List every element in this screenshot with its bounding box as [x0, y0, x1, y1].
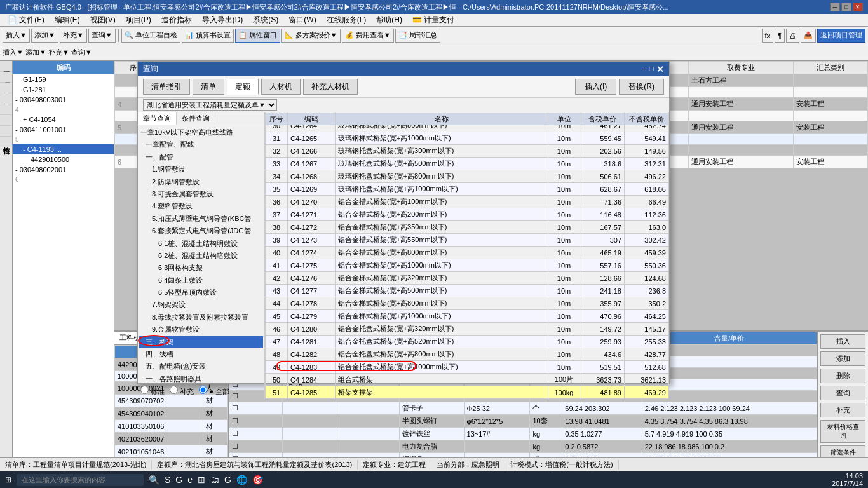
taskbar-app4[interactable]: ⊞	[198, 475, 205, 485]
sidebar-add-btn[interactable]: 添加	[820, 351, 865, 366]
dialog-insert-btn[interactable]: 插入(I)	[575, 79, 616, 95]
btm-detail-row[interactable]: ☐电力复合脂kg0.2 0.587222 18.986 18.986 100 0…	[229, 440, 817, 453]
tree-chapter-item[interactable]: 6.2桩、混凝土结构暗敷设	[139, 250, 263, 262]
self-check-btn[interactable]: 🔍 单位工程自检	[121, 29, 180, 43]
dialog-table-row[interactable]: 33C4-1267玻璃钢托盘式桥架(宽+高500mm以下)10m318.6312…	[266, 158, 669, 170]
dialog-table-row[interactable]: 42C4-1276铝合金梯式桥架(宽+高320mm以下)10m128.66124…	[266, 272, 669, 285]
query-btn[interactable]: 查询▼	[88, 29, 116, 43]
dialog-tab-chapter[interactable]: 章节查询	[138, 112, 177, 125]
print-btn[interactable]: 🖨	[786, 29, 799, 43]
dialog-tab-quota[interactable]: 定额	[227, 79, 259, 95]
sidebar-filter-btn[interactable]: 筛选条件	[820, 445, 865, 458]
left-tab-other[interactable]: 其他项目	[0, 93, 12, 104]
export-btn[interactable]: 📤	[801, 29, 816, 43]
tree-chapter-item[interactable]: 7.钢架架设	[139, 299, 263, 311]
menu-window[interactable]: 窗口(W)	[283, 13, 321, 27]
taskbar-app6[interactable]: G	[224, 475, 231, 485]
local-summary-btn[interactable]: 📑 局部汇总	[395, 29, 440, 43]
btm-row[interactable]: 410103350106材	[115, 420, 228, 433]
tree-chapter-item[interactable]: 2.防爆钢管敷设	[139, 176, 263, 188]
dialog-min-btn[interactable]: ─	[641, 64, 647, 74]
fee-check-btn[interactable]: 💰 费用查看▼	[342, 29, 394, 43]
tree-chapter-item[interactable]: 一、配管	[139, 151, 263, 163]
tree-chapter-item[interactable]: 9.金属软管敷设	[139, 323, 263, 336]
dialog-tab-guideline[interactable]: 清单指引	[143, 79, 190, 95]
taskbar-icon1[interactable]: 🔍	[149, 475, 159, 485]
multi-plan-btn[interactable]: 📐 多方案报价▼	[281, 29, 341, 43]
menu-price-index[interactable]: 造价指标	[156, 13, 197, 27]
dialog-table-row[interactable]: 34C4-1268玻璃钢托盘式桥架(宽+高800mm以下)10m506.6149…	[266, 170, 669, 183]
btm-detail-row[interactable]: ☐镀锌铁丝13~17#kg0.35 1.02775.7 4.919 4.919 …	[229, 428, 817, 440]
left-tab-fee[interactable]: 费用汇总	[0, 115, 12, 126]
menu-project[interactable]: 项目(P)	[121, 13, 156, 27]
sidebar-query-btn[interactable]: 查询	[820, 386, 865, 400]
add-btn[interactable]: 添加▼	[31, 29, 58, 43]
dialog-table-row[interactable]: 50C4-1284组合式桥架100片3623.733621.13	[266, 374, 669, 386]
dialog-max-btn[interactable]: □	[649, 64, 654, 74]
menu-file[interactable]: 📄 文件(F)	[3, 13, 50, 27]
tree-chapter-item[interactable]: 一、各路照明器具	[139, 373, 263, 383]
tree-chapter-item[interactable]: 6.5轻型吊顶内敷设	[139, 287, 263, 299]
dialog-tab-supplement[interactable]: 补充人材机	[303, 79, 358, 95]
start-btn[interactable]: ⊞	[5, 475, 11, 484]
dialog-table-row[interactable]: 40C4-1274铝合金槽式桥架(宽+高800mm以下)10m465.19459…	[266, 247, 669, 259]
dialog-tab-material[interactable]: 人材机	[261, 79, 301, 95]
tree-chapter-item[interactable]: 一章10kV以下架空高电线线路	[139, 126, 263, 139]
dialog-tab-condition[interactable]: 条件查询	[177, 112, 215, 125]
dialog-table-row[interactable]: 45C4-1279铝合金梯式桥架(宽+高1000mm以下)10m470.9646…	[266, 310, 669, 323]
sidebar-supplement-btn[interactable]: 补充	[820, 403, 865, 417]
tree-chapter-item[interactable]: 6.套接紧定式电气钢导管(JDG管	[139, 225, 263, 237]
left-tab-section[interactable]: 分部分项	[0, 72, 12, 83]
taskbar-app7[interactable]: 🌐	[236, 475, 247, 485]
taskbar-app1[interactable]: S	[165, 475, 170, 485]
dialog-table-row[interactable]: 49C4-1283铝合金托盘式桥架(宽+高1000mm以下)10m519.515…	[266, 361, 669, 374]
taskbar-app3[interactable]: e	[187, 475, 193, 485]
dialog-table-row[interactable]: 37C4-1271铝合金槽式桥架(宽+高200mm以下)10m116.48112…	[266, 208, 669, 221]
supplement-btn[interactable]: 补充▼	[60, 29, 87, 43]
tree-item-c4-1193[interactable]: - C4-1193 ...	[13, 144, 114, 154]
left-tab-report[interactable]: 报表	[0, 126, 12, 137]
property-btn[interactable]: 📋 属性窗口	[235, 29, 280, 43]
budget-settings-btn[interactable]: 📊 预算书设置	[182, 29, 234, 43]
para-btn[interactable]: ¶	[775, 29, 785, 43]
close-btn[interactable]: ✕	[853, 3, 863, 11]
btm-detail-row[interactable]: ☐半圆头螺钉φ6*12*12*510套13.98 41.04814.35 3.7…	[229, 415, 817, 428]
tree-item-g1-281[interactable]: G1-281	[13, 85, 114, 95]
dialog-table-row[interactable]: 41C4-1275铝合金槽式桥架(宽+高1000mm以下)10m557.1655…	[266, 259, 669, 272]
tree-chapter-item[interactable]: 1.钢管敷设	[139, 163, 263, 175]
insert-btn[interactable]: 插入▼	[3, 29, 30, 43]
menu-import-export[interactable]: 导入导出(D)	[197, 13, 248, 27]
dialog-table-row[interactable]: 43C4-1277铝合金梯式桥架(宽+高500mm以下)10m241.18236…	[266, 285, 669, 297]
restore-btn[interactable]: □	[841, 3, 851, 11]
dialog-table-row[interactable]: 38C4-1272铝合金槽式桥架(宽+高350mm以下)10m167.57163…	[266, 221, 669, 234]
tree-chapter-item[interactable]: 五、配电箱(盒)安装	[139, 360, 263, 372]
left-tab-compat[interactable]: 符合性检查	[0, 137, 12, 147]
tree-chapter-item[interactable]: 6.3网格构支架	[139, 262, 263, 274]
btm-row[interactable]: 402103620007材	[115, 433, 228, 445]
tree-chapter-item[interactable]: 3.可挠金属套管敷设	[139, 188, 263, 200]
tree-item-g1-159[interactable]: G1-159	[13, 74, 114, 85]
btm-detail-row[interactable]: ☐管卡子Φ25 32个69.24 203.3022.46 2.123 2.123…	[229, 402, 817, 415]
tree-item-030411001001[interactable]: - 030411001001	[13, 125, 114, 135]
left-tab-person[interactable]: 人材机汇总	[0, 104, 12, 115]
taskbar-app2[interactable]: G	[175, 475, 182, 485]
tree-chapter-item[interactable]: 四、线槽	[139, 348, 263, 360]
provider-select[interactable]: 湖北省通用安装工程消耗量定额及单▼	[143, 99, 277, 111]
tree-chapter-item[interactable]: 6.4阔条上敷设	[139, 274, 263, 287]
dialog-table-row[interactable]: 51C4-1285桥架支撑架100kg481.89469.29	[266, 386, 669, 399]
taskbar-app8[interactable]: 🎯	[252, 475, 263, 485]
btm-row[interactable]: 402101051046材	[115, 445, 228, 458]
tree-item-4429010500[interactable]: 4429010500	[13, 154, 114, 165]
sidebar-insert-btn[interactable]: 插入	[820, 334, 865, 349]
radio-standard[interactable]: 标准	[140, 386, 165, 396]
btm-row[interactable]: 454309040102材	[115, 407, 228, 420]
menu-help[interactable]: 帮助(H)	[371, 13, 407, 27]
tree-chapter-item[interactable]: 5.扣压式薄壁电气钢导管(KBC管	[139, 213, 263, 225]
tree-chapter-item[interactable]: 8.母线拉紧装置及附索拉紧装置	[139, 311, 263, 323]
dialog-replace-btn[interactable]: 替换(R)	[619, 79, 664, 95]
left-tab-measure[interactable]: 措施项目	[0, 83, 12, 93]
radio-supplement2[interactable]: 补充	[170, 386, 194, 396]
dialog-table-row[interactable]: 31C4-1265玻璃钢梯式桥架(宽+高1000mm以下)10m559.4554…	[266, 132, 669, 145]
dialog-table-row[interactable]: 44C4-1278铝合金梯式桥架(宽+高800mm以下)10m355.97350…	[266, 297, 669, 310]
tree-item-c4-1054[interactable]: + C4-1054	[13, 114, 114, 125]
